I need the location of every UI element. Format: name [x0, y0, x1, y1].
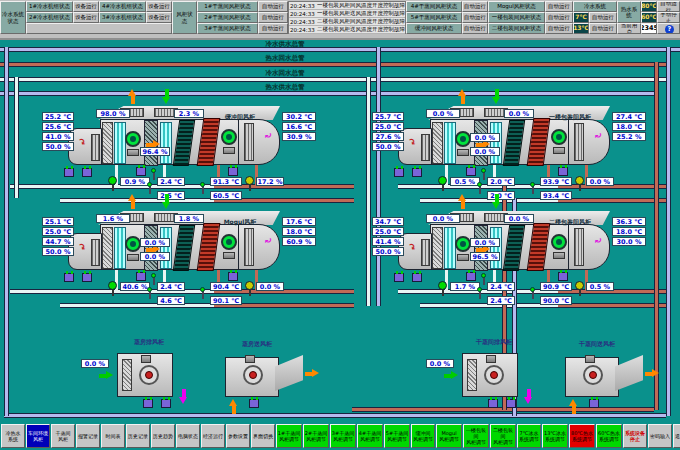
sensor-box-icon	[394, 168, 404, 177]
toolbar-button-10[interactable]: 参数设置	[226, 424, 250, 448]
toolbar-button-15[interactable]: 4#干蒸间风柜调节	[357, 424, 383, 448]
return-air-curve-arrow-icon: ↷	[75, 242, 89, 256]
ahu-left-value-box: 27.6 %	[372, 132, 404, 141]
riser-pipe	[366, 77, 371, 306]
cold-temp-value-box: 2.0 ℃	[487, 177, 515, 186]
arrow-head	[492, 97, 500, 104]
small-fan-unit[interactable]: 蒸房送风柜	[225, 355, 325, 415]
help-icon[interactable]: ?	[665, 25, 674, 34]
sensor-pin	[251, 397, 253, 400]
valve-stem	[249, 290, 251, 296]
toolbar-button-9[interactable]: 经济运行	[201, 424, 225, 448]
fan-hub	[226, 134, 232, 140]
toolbar-button-13[interactable]: 2#干蒸间风柜调节	[303, 424, 329, 448]
mid-value-box: 0.0 %	[140, 238, 170, 247]
supply-up-arrow-icon	[229, 399, 243, 415]
toolbar-button-3[interactable]: 干蒸间风柜	[51, 424, 75, 448]
toolbar-button-11[interactable]: 界面切换	[251, 424, 275, 448]
ahu-left-value-box: 41.0 %	[42, 132, 74, 141]
toolbar-button-27[interactable]: 退出系统	[673, 424, 680, 448]
pipe-sensor-dot	[530, 287, 535, 292]
ahu-unit[interactable]: ↷↷25.7 ℃25.0 ℃27.6 %50.0 %0.0 %0.0 %0.0 …	[398, 106, 648, 206]
sensor-pin	[163, 397, 165, 400]
sensor-box-icon	[161, 399, 171, 408]
ahu-unit[interactable]: ↷↷25.2 ℃25.6 ℃41.0 %50.0 %98.0 %2.3 %96.…	[68, 106, 318, 206]
sensor-pin	[230, 165, 232, 168]
pipe-sensor-dot	[477, 182, 482, 187]
toolbar-button-6[interactable]: 历史记录	[126, 424, 150, 448]
toolbar-button-16[interactable]: 5#干蒸间风柜调节	[384, 424, 410, 448]
fan-motor	[223, 147, 235, 154]
arrow-head	[492, 202, 500, 209]
filter-panel	[102, 227, 113, 269]
valve-stem	[442, 185, 444, 191]
toolbar-button-19[interactable]: 一楼包装间风柜调节	[463, 424, 489, 448]
riser-pipe	[14, 77, 19, 198]
toolbar-button-25[interactable]: 系统设备停止	[623, 424, 647, 448]
toolbar-button-7[interactable]: 历史趋势	[151, 424, 175, 448]
toolbar-button-18[interactable]: Mogul风柜调节	[436, 424, 462, 448]
exhaust-up-arrow-icon	[128, 194, 142, 210]
cold-valve-value-box: 40.6 %	[120, 282, 150, 291]
mid-value-box: 0.0 %	[470, 133, 500, 142]
fan-hub	[460, 241, 466, 247]
ahu-right-value-box: 17.6 ℃	[282, 217, 316, 226]
toolbar-button-8[interactable]: 电脑状态	[176, 424, 200, 448]
damper-value-box: 0.0 %	[426, 214, 460, 223]
help-button[interactable]: ?	[657, 23, 680, 34]
chilled-temp-cell: 13℃	[573, 23, 589, 34]
hot-temp-value-box: 91.3 ℃	[210, 177, 242, 186]
riser-pipe	[4, 47, 9, 416]
small-fan-motor	[486, 355, 496, 363]
sensor-pin	[89, 271, 91, 274]
cabinet-status-cell: 自动运行	[545, 1, 573, 12]
toolbar-button-23[interactable]: 80℃热水系统调节	[569, 424, 595, 448]
ahu-right-value-box: 16.6 ℃	[282, 122, 316, 131]
ahu-left-value-box: 25.7 ℃	[372, 112, 404, 121]
toolbar-button-4[interactable]: 报警记录	[76, 424, 100, 448]
toolbar-button-22[interactable]: 13℃冰水系统调节	[542, 424, 568, 448]
sensor-box-icon	[466, 167, 476, 176]
small-fan-icon	[249, 371, 257, 379]
cabinet-status-cell: 自动运行	[545, 12, 573, 23]
small-fan-unit[interactable]: 蒸房排风柜0.0 %	[117, 353, 217, 413]
toolbar-button-label: 界面切换	[253, 433, 273, 439]
toolbar-button-5[interactable]: 时间表	[101, 424, 125, 448]
alarm-list: 20:24:33一楼包装风柜回风温度开度控制故障20:24:33一楼包装风柜送风…	[288, 1, 406, 34]
toolbar-button-24[interactable]: 60℃热水系统调节	[596, 424, 622, 448]
ahu-unit[interactable]: ↷↷25.1 ℃25.0 ℃44.7 %50.0 %1.6 %1.8 %0.0 …	[68, 211, 318, 311]
ahu-unit[interactable]: ↷↷34.7 ℃25.0 ℃41.4 %50.0 %0.0 %0.0 %0.0 …	[398, 211, 648, 311]
small-fan-unit[interactable]: 干蒸间送风柜	[565, 355, 665, 415]
ahu-left-value-box: 50.0 %	[42, 142, 74, 151]
arrow-head	[106, 371, 113, 379]
sensor-pin	[66, 166, 68, 169]
ahu-right-value-box: 18.0 ℃	[612, 227, 646, 236]
toolbar-button-20[interactable]: 二楼包装间风柜调节	[490, 424, 516, 448]
fan-icon	[125, 236, 141, 252]
toolbar-button-17[interactable]: 缓冲间风柜调节	[411, 424, 435, 448]
small-fan-icon	[589, 371, 597, 379]
toolbar-button-26[interactable]: 密码输入	[648, 424, 672, 448]
hot-valve-value-box: 17.2 %	[256, 177, 284, 186]
ahu-name-label: 二楼包装间风柜	[532, 218, 608, 226]
toolbar-button-2[interactable]: 车间环境风柜	[26, 424, 50, 448]
toolbar-button-1[interactable]: 冷热水系统	[1, 424, 25, 448]
intake-green-arrow-icon	[99, 371, 113, 387]
pipe-sensor-dot	[151, 273, 156, 278]
sensor-pin	[89, 166, 91, 169]
sensor-box-icon	[136, 272, 146, 281]
return-air-curve-arrow-icon: ↷	[75, 137, 89, 151]
arrow-head	[312, 369, 319, 377]
toolbar-button-21[interactable]: 7℃冰水系统调节	[517, 424, 541, 448]
toolbar-button-12[interactable]: 1#干蒸间风柜调节	[276, 424, 302, 448]
damper-value-box: 0.0 %	[426, 109, 460, 118]
alarm-time: 20:24:33	[289, 27, 317, 33]
exhaust-up-arrow-icon	[458, 194, 472, 210]
toolbar-button-14[interactable]: 3#干蒸间风柜调节	[330, 424, 356, 448]
valve-stem	[579, 290, 581, 296]
alarm-time: 20:24:33	[289, 3, 317, 9]
small-fan-housing	[139, 365, 159, 385]
cold-temp-value-box: 2.4 ℃	[157, 177, 185, 186]
small-fan-unit[interactable]: 干蒸间排风柜0.0 %	[462, 353, 562, 413]
ahu-left-value-box: 41.4 %	[372, 237, 404, 246]
